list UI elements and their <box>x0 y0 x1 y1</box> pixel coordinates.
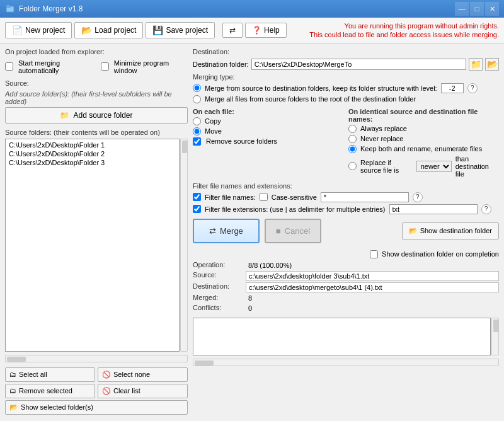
cancel-button[interactable]: ■ Cancel <box>265 219 321 243</box>
identical-title: On identical source and destination file… <box>348 108 499 123</box>
clear-list-icon: 🚫 <box>102 387 111 395</box>
close-button[interactable]: ✕ <box>485 2 499 16</box>
merge-icon: ⇄ <box>209 226 216 236</box>
remove-selected-button[interactable]: 🗂 Remove selected <box>5 384 95 398</box>
source-label: Source: <box>5 79 188 87</box>
source-listbox[interactable]: C:\Users\2xD\Desktop\Folder 1C:\Users\2x… <box>5 139 180 352</box>
than-dest-label: than destination file <box>455 155 499 178</box>
show-dest-completion-checkbox[interactable] <box>370 250 378 258</box>
admin-warning: You are running this program without adm… <box>289 21 499 40</box>
select-all-button[interactable]: 🗂 Select all <box>5 367 95 382</box>
list-item[interactable]: C:\Users\2xD\Desktop\Folder 3 <box>7 158 178 167</box>
maximize-button[interactable]: □ <box>470 2 484 16</box>
case-sensitive-checkbox[interactable] <box>260 193 268 201</box>
app-icon <box>5 4 15 14</box>
log-hscroll-thumb <box>195 360 214 366</box>
always-replace-radio[interactable] <box>348 125 357 133</box>
show-dest-icon: 📂 <box>409 227 418 235</box>
case-sensitive-label: Case-sensitive <box>272 193 317 201</box>
remove-source-checkbox[interactable] <box>193 137 201 146</box>
new-project-button[interactable]: 📄 New project <box>5 22 72 38</box>
bottom-buttons: 🗂 Select all 🚫 Select none 🗂 Remove sele… <box>5 367 188 415</box>
show-selected-button[interactable]: 📂 Show selected folder(s) <box>5 400 188 415</box>
list-item[interactable]: C:\Users\2xD\Desktop\Folder 2 <box>7 149 178 158</box>
source-hscrollbar[interactable] <box>5 355 188 362</box>
source-listbox-container: C:\Users\2xD\Desktop\Folder 1C:\Users\2x… <box>5 139 188 352</box>
copy-radio[interactable] <box>193 117 201 125</box>
conflicts-value: 0 <box>246 304 499 313</box>
bottom-btn-row-2: 🗂 Remove selected 🚫 Clear list <box>5 384 188 398</box>
filter-names-help[interactable]: ? <box>413 192 423 202</box>
dest-folder-label: Destination folder: <box>193 61 249 68</box>
dest-info-value: c:\users\2xd\desktop\mergeto\sub4\1 (4).… <box>246 282 499 292</box>
keep-both-radio[interactable] <box>348 145 357 153</box>
log-box[interactable] <box>193 318 491 355</box>
right-panel: Destination: Destination folder: 📁 📂 Mer… <box>193 48 499 415</box>
newer-select[interactable]: newer older <box>416 161 452 172</box>
arrows-button[interactable]: ⇄ <box>222 23 243 38</box>
log-vscrollbar[interactable] <box>491 318 499 355</box>
filter-names-label: Filter file names: <box>205 193 256 201</box>
auto-merge-checkbox[interactable] <box>5 62 13 71</box>
identical-names-col: On identical source and destination file… <box>348 108 499 180</box>
arrows-icon: ⇄ <box>229 26 236 35</box>
options-row: On each file: Copy Move Remove source fo… <box>193 108 499 180</box>
dest-browse-button[interactable]: 📁 <box>469 58 483 71</box>
filter-ext-checkbox[interactable] <box>193 205 201 213</box>
select-all-icon: 🗂 <box>9 371 16 378</box>
source-vscrollbar[interactable] <box>180 139 188 352</box>
never-replace-radio[interactable] <box>348 135 357 143</box>
move-label: Move <box>205 127 222 135</box>
merge-option1-label: Merge from source to destination folders… <box>205 84 437 92</box>
replace-if-label: Replace if source file is <box>360 159 413 174</box>
minimize-window-checkbox[interactable] <box>101 62 109 71</box>
filter-ext-input[interactable] <box>389 204 478 214</box>
show-dest-check-row: Show destination folder on completion <box>193 250 499 258</box>
log-hscrollbar[interactable] <box>193 359 499 366</box>
select-none-button[interactable]: 🚫 Select none <box>98 367 188 382</box>
new-project-icon: 📄 <box>12 25 23 35</box>
merge-level-help[interactable]: ? <box>467 83 478 93</box>
merge-option1-row: Merge from source to destination folders… <box>193 83 499 93</box>
save-project-button[interactable]: 💾 Save project <box>146 22 215 38</box>
filter-names-checkbox[interactable] <box>193 193 201 201</box>
cancel-icon: ■ <box>276 226 281 236</box>
destination-title: Destination: <box>193 48 499 55</box>
minimize-button[interactable]: — <box>455 2 469 16</box>
never-replace-row: Never replace <box>348 135 499 143</box>
copy-row: Copy <box>193 117 343 125</box>
minimize-window-label: Minimize program window <box>114 59 188 74</box>
never-replace-label: Never replace <box>360 135 403 142</box>
merging-type-section: Merging type: Merge from source to desti… <box>193 73 499 105</box>
left-panel: On project loaded from explorer: Start m… <box>5 48 188 415</box>
replace-if-radio[interactable] <box>348 162 357 170</box>
merge-option2-row: Merge all files from source folders to t… <box>193 95 499 103</box>
merge-option1-radio[interactable] <box>193 84 201 92</box>
destination-section: Destination: Destination folder: 📁 📂 <box>193 48 499 71</box>
dest-folder-input[interactable] <box>251 59 466 70</box>
filter-ext-help[interactable]: ? <box>481 204 491 214</box>
dest-open-button[interactable]: 📂 <box>485 58 499 71</box>
add-source-button[interactable]: 📁 Add source folder <box>5 107 188 124</box>
help-button[interactable]: ❓ Help <box>245 23 287 38</box>
replace-if-row: Replace if source file is newer older th… <box>348 155 499 178</box>
dest-info-label: Destination: <box>193 282 243 292</box>
svg-rect-1 <box>6 5 10 8</box>
action-row: ⇄ Merge ■ Cancel 📂 Show destination fold… <box>193 219 499 243</box>
select-none-icon: 🚫 <box>102 371 111 379</box>
list-item[interactable]: C:\Users\2xD\Desktop\Folder 1 <box>7 141 178 149</box>
load-project-button[interactable]: 📂 Load project <box>74 22 143 38</box>
merge-button[interactable]: ⇄ Merge <box>193 219 260 243</box>
source-vscroll-thumb <box>182 141 187 153</box>
save-project-icon: 💾 <box>152 25 163 35</box>
merge-option2-radio[interactable] <box>193 95 201 103</box>
filter-names-input[interactable] <box>321 192 409 202</box>
remove-selected-icon: 🗂 <box>9 387 16 395</box>
move-row: Move <box>193 127 343 136</box>
source-section: Source: Add source folder(s): (their fir… <box>5 79 188 124</box>
show-dest-button[interactable]: 📂 Show destination folder <box>402 222 499 239</box>
move-radio[interactable] <box>193 127 201 136</box>
merge-level-input[interactable] <box>441 83 464 93</box>
source-info-value: c:\users\2xd\desktop\folder 3\sub4\1.txt <box>246 271 499 281</box>
clear-list-button[interactable]: 🚫 Clear list <box>98 384 188 398</box>
